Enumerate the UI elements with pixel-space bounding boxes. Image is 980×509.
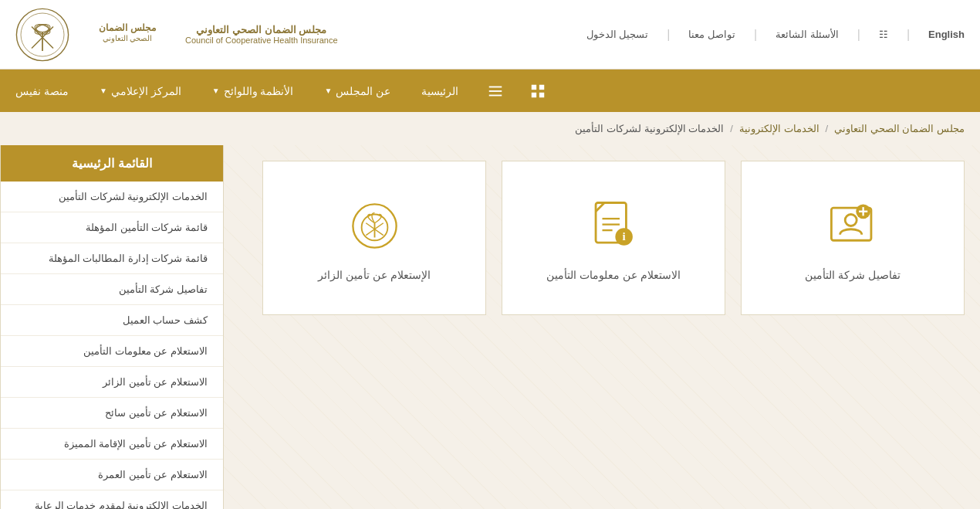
sidebar: القائمة الرئيسية الخدمات الإلكترونية لشر… (0, 145, 224, 509)
logo-arabic-text: مجلس الضمان الصحي التعاوني (185, 24, 338, 36)
svg-rect-16 (489, 94, 502, 96)
media-arrow: ▼ (100, 87, 107, 95)
regulations-arrow: ▼ (212, 87, 220, 95)
card-visitor-insurance[interactable]: الإستعلام عن تأمين الزائر (262, 161, 486, 315)
sidebar-item-1[interactable]: الخدمات الإلكترونية لشركات التأمين (1, 182, 223, 212)
grid-icon-btn[interactable] (516, 70, 559, 112)
svg-point-18 (845, 215, 857, 226)
sidebar-item-9[interactable]: الاستعلام عن تأمين الإقامة المميزة (1, 429, 223, 460)
svg-point-7 (36, 24, 49, 32)
english-link[interactable]: English (928, 29, 965, 40)
card-insurance-info[interactable]: i الاستعلام عن معلومات التأمين (502, 161, 725, 315)
card-label-1: تفاصيل شركة التأمين (805, 269, 901, 281)
svg-rect-14 (489, 86, 502, 87)
svg-text:مجلس الضمان: مجلس الضمان (99, 22, 155, 33)
svg-text:الصحي التعاوني: الصحي التعاوني (103, 35, 152, 43)
nav-home[interactable]: الرئيسية (406, 70, 474, 112)
svg-rect-10 (532, 84, 536, 89)
sidebar-item-5[interactable]: كشف حساب العميل (1, 305, 223, 336)
about-arrow: ▼ (324, 87, 332, 95)
sidebar-item-11[interactable]: الخدمات الإلكترونية لمقدم خدمات الرعاية … (1, 490, 223, 509)
sidebar-item-8[interactable]: الاستعلام عن تأمين سائح (1, 398, 223, 429)
contact-link[interactable]: تواصل معنا (688, 29, 735, 40)
main-layout: تفاصيل شركة التأمين i الاس (0, 145, 980, 509)
sidebar-item-3[interactable]: قائمة شركات إدارة المطالبات المؤهلة (1, 243, 223, 274)
card-insurance-details[interactable]: تفاصيل شركة التأمين (741, 161, 965, 315)
card-label-2: الاستعلام عن معلومات التأمين (546, 269, 681, 281)
nav-media[interactable]: المركز الإعلامي ▼ (84, 70, 197, 112)
nav-nafees[interactable]: منصة نفيس (0, 70, 84, 112)
emblem-logo (15, 8, 69, 62)
logo-area: مجلس الضمان الصحي التعاوني Council of Co… (15, 8, 338, 62)
svg-rect-15 (489, 90, 502, 92)
top-nav-links: English | ☷ | الأسئلة الشائعة | تواصل مع… (586, 28, 965, 42)
sidebar-title: القائمة الرئيسية (1, 145, 223, 182)
card-icon-person (822, 195, 884, 257)
bc-home[interactable]: مجلس الضمان الصحي التعاوني (834, 123, 965, 134)
nav-regulations[interactable]: الأنظمة واللوائح ▼ (197, 70, 309, 112)
bc-current: الخدمات الإلكترونية لشركات التأمين (575, 123, 724, 134)
main-nav: الرئيسية عن المجلس ▼ الأنظمة واللوائح ▼ … (0, 70, 980, 112)
sidebar-item-10[interactable]: الاستعلام عن تأمين العمرة (1, 460, 223, 490)
svg-text:i: i (622, 230, 625, 243)
svg-rect-13 (539, 92, 544, 97)
sitemap-icon[interactable]: ☷ (879, 29, 888, 40)
sidebar-item-4[interactable]: تفاصيل شركة التأمين (1, 274, 223, 305)
breadcrumb-bar: مجلس الضمان الصحي التعاوني / الخدمات الإ… (0, 112, 980, 145)
logo-english-text: Council of Cooperative Health Insurance (185, 36, 338, 45)
bc-eservices[interactable]: الخدمات الإلكترونية (739, 123, 819, 134)
menu-icon-btn[interactable] (474, 70, 516, 112)
sidebar-item-6[interactable]: الاستعلام عن معلومات التأمين (1, 336, 223, 367)
faq-link[interactable]: الأسئلة الشائعة (776, 29, 839, 40)
card-label-3: الإستعلام عن تأمين الزائر (318, 269, 431, 281)
login-link[interactable]: تسجيل الدخول (586, 29, 649, 40)
cchi-logo: مجلس الضمان الصحي التعاوني (77, 9, 177, 59)
nav-about[interactable]: عن المجلس ▼ (309, 70, 406, 112)
svg-rect-12 (532, 92, 536, 97)
top-header: English | ☷ | الأسئلة الشائعة | تواصل مع… (0, 0, 980, 70)
content-area: تفاصيل شركة التأمين i الاس (224, 145, 980, 509)
sidebar-item-2[interactable]: قائمة شركات التأمين المؤهلة (1, 212, 223, 243)
svg-rect-11 (539, 84, 544, 89)
card-icon-emblem (343, 195, 405, 257)
card-icon-document: i (583, 195, 644, 257)
nav-icon-group (474, 70, 559, 112)
sidebar-item-7[interactable]: الاستعلام عن تأمين الزائر (1, 367, 223, 398)
logo-text: مجلس الضمان الصحي التعاوني Council of Co… (185, 24, 338, 45)
breadcrumb: مجلس الضمان الصحي التعاوني / الخدمات الإ… (247, 123, 965, 134)
